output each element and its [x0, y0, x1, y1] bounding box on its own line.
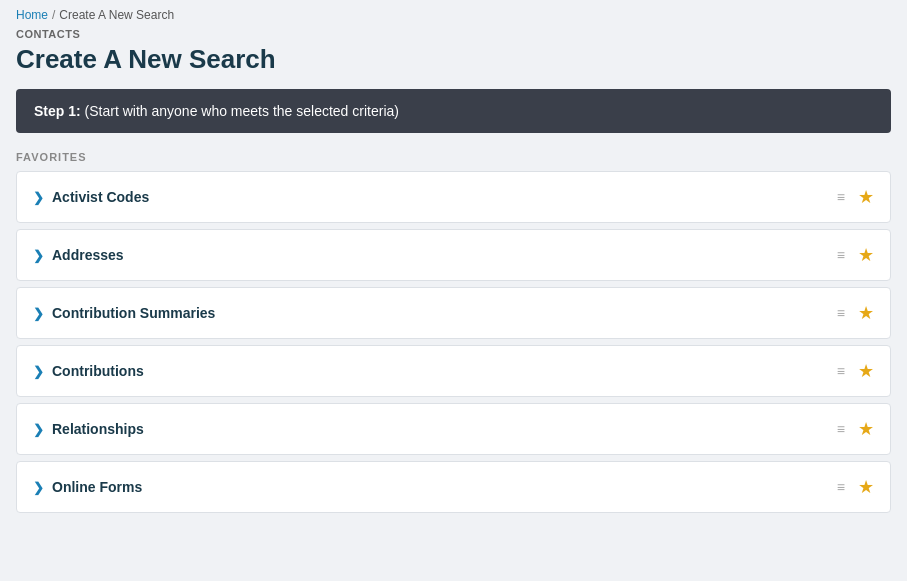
chevron-icon: ❯	[33, 190, 44, 205]
item-left-5: ❯ Online Forms	[33, 479, 142, 495]
item-label: Addresses	[52, 247, 124, 263]
star-icon[interactable]: ★	[858, 302, 874, 324]
breadcrumb-current: Create A New Search	[59, 8, 174, 22]
item-left-4: ❯ Relationships	[33, 421, 144, 437]
item-right-1: ≡ ★	[837, 244, 874, 266]
star-icon[interactable]: ★	[858, 418, 874, 440]
item-label: Activist Codes	[52, 189, 149, 205]
items-list: ❯ Activist Codes ≡ ★ ❯ Addresses ≡ ★ ❯ C…	[16, 171, 891, 513]
item-label: Contribution Summaries	[52, 305, 215, 321]
list-item[interactable]: ❯ Addresses ≡ ★	[16, 229, 891, 281]
step-banner: Step 1: (Start with anyone who meets the…	[16, 89, 891, 133]
star-icon[interactable]: ★	[858, 244, 874, 266]
item-left-2: ❯ Contribution Summaries	[33, 305, 215, 321]
item-label: Relationships	[52, 421, 144, 437]
menu-icon[interactable]: ≡	[837, 364, 846, 378]
item-label: Online Forms	[52, 479, 142, 495]
list-item[interactable]: ❯ Relationships ≡ ★	[16, 403, 891, 455]
chevron-icon: ❯	[33, 480, 44, 495]
item-right-5: ≡ ★	[837, 476, 874, 498]
breadcrumb: Home / Create A New Search	[16, 8, 891, 22]
item-right-4: ≡ ★	[837, 418, 874, 440]
breadcrumb-separator: /	[52, 8, 55, 22]
menu-icon[interactable]: ≡	[837, 306, 846, 320]
item-label: Contributions	[52, 363, 144, 379]
item-right-2: ≡ ★	[837, 302, 874, 324]
star-icon[interactable]: ★	[858, 476, 874, 498]
breadcrumb-home-link[interactable]: Home	[16, 8, 48, 22]
list-item[interactable]: ❯ Activist Codes ≡ ★	[16, 171, 891, 223]
menu-icon[interactable]: ≡	[837, 480, 846, 494]
item-left-0: ❯ Activist Codes	[33, 189, 149, 205]
star-icon[interactable]: ★	[858, 186, 874, 208]
page-title: Create A New Search	[16, 44, 891, 75]
star-icon[interactable]: ★	[858, 360, 874, 382]
menu-icon[interactable]: ≡	[837, 190, 846, 204]
list-item[interactable]: ❯ Contributions ≡ ★	[16, 345, 891, 397]
chevron-icon: ❯	[33, 306, 44, 321]
item-left-1: ❯ Addresses	[33, 247, 124, 263]
menu-icon[interactable]: ≡	[837, 248, 846, 262]
step-number: Step 1:	[34, 103, 81, 119]
chevron-icon: ❯	[33, 364, 44, 379]
menu-icon[interactable]: ≡	[837, 422, 846, 436]
favorites-label: FAVORITES	[16, 151, 891, 163]
step-description: (Start with anyone who meets the selecte…	[85, 103, 399, 119]
item-right-0: ≡ ★	[837, 186, 874, 208]
section-label: CONTACTS	[16, 28, 891, 40]
list-item[interactable]: ❯ Contribution Summaries ≡ ★	[16, 287, 891, 339]
chevron-icon: ❯	[33, 422, 44, 437]
item-right-3: ≡ ★	[837, 360, 874, 382]
chevron-icon: ❯	[33, 248, 44, 263]
item-left-3: ❯ Contributions	[33, 363, 144, 379]
list-item[interactable]: ❯ Online Forms ≡ ★	[16, 461, 891, 513]
